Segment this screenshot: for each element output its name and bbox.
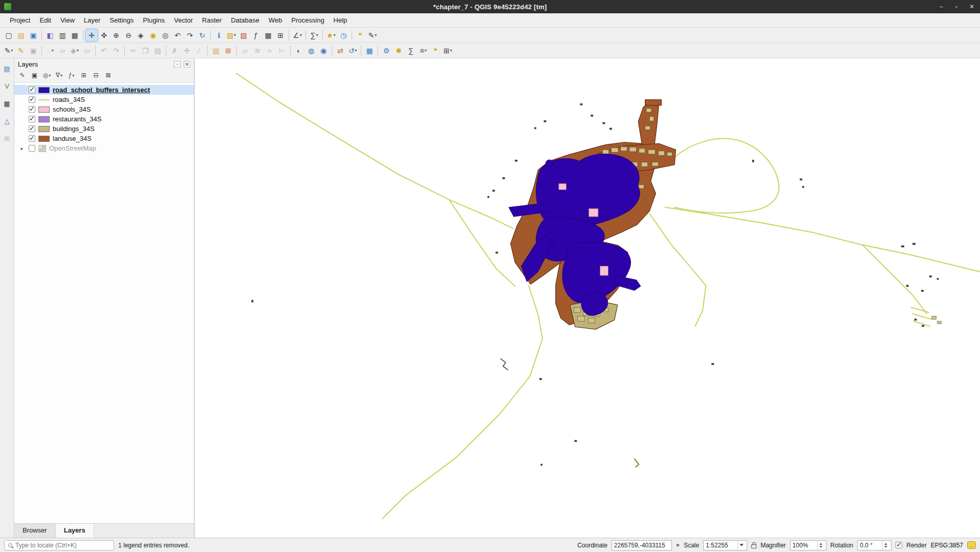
processing-model-icon[interactable]: ✱ [393,45,405,57]
zoom-last-icon[interactable]: ↶ [171,29,184,41]
refresh-map-icon[interactable]: ↻ [196,29,208,41]
menu-layer[interactable]: Layer [79,14,105,26]
map-tips-icon[interactable]: ❝ [354,29,366,41]
open-project-icon[interactable]: ▤ [15,29,27,41]
paste-features-icon[interactable]: ▤ [151,45,164,57]
new-project-icon[interactable]: ▢ [3,29,15,41]
add-mesh-layer-icon[interactable]: △ [1,115,13,127]
select-by-expression-icon[interactable]: ƒ [250,29,262,41]
field-calculator-icon[interactable]: ⊞ [274,29,287,41]
crs-status[interactable]: EPSG:3857 [931,542,963,549]
magnifier-input[interactable] [793,542,817,549]
menu-web[interactable]: Web [264,14,287,26]
rotation-input[interactable] [860,542,882,549]
locate-box[interactable] [4,540,114,550]
add-feature-icon[interactable]: ▱ [56,45,69,57]
manage-map-themes-icon[interactable]: ◎ [41,70,52,80]
current-edits-icon[interactable]: ✎ [3,45,15,57]
new-print-layout-icon[interactable]: ▥ [56,29,69,41]
undo-icon[interactable]: ↶ [98,45,110,57]
add-delimited-text-layer-icon[interactable]: ⊞ [1,132,13,144]
select-features-icon[interactable]: ▧ [225,29,237,41]
tab-browser[interactable]: Browser [14,524,56,538]
processing-results-icon[interactable]: ≡ [417,45,429,57]
lock-scale-icon[interactable] [751,544,756,548]
float-panel-icon[interactable]: ▫ [174,61,181,68]
menu-settings[interactable]: Settings [105,14,138,26]
raster-calculator-icon[interactable]: ▤ [210,45,222,57]
menu-edit[interactable]: Edit [35,14,55,26]
menu-processing[interactable]: Processing [287,14,329,26]
statistics-icon[interactable]: ∑ [405,45,417,57]
filter-legend-icon[interactable]: ∇ [54,70,64,80]
messages-icon[interactable]: … [967,541,976,549]
statistical-summary-icon[interactable]: ∑ [308,29,320,41]
layout-manager-icon[interactable]: ▦ [69,29,81,41]
open-layer-styling-icon[interactable]: ✎ [17,70,28,80]
layer-label[interactable]: restaurants_34S [53,115,101,123]
close-icon[interactable]: ✕ [968,3,976,10]
measure-line-icon[interactable]: ∠ [291,29,303,41]
locate-input[interactable] [15,542,110,549]
layer-row-openstreetmap[interactable]: ▸ OpenStreetMap [14,143,194,153]
scale-dropdown-icon[interactable] [737,541,745,550]
reshape-features-icon[interactable]: ≋ [251,45,264,57]
layer-label[interactable]: roads_34S [53,96,85,103]
layer-label[interactable]: schools_34S [53,105,91,113]
offset-curve-icon[interactable]: ≈ [264,45,276,57]
maximize-icon[interactable]: ▫ [952,3,961,10]
menu-raster[interactable]: Raster [198,14,226,26]
render-checkbox[interactable] [896,542,902,548]
layer-checkbox[interactable] [29,135,35,142]
data-source-manager-icon[interactable]: ▤ [1,62,13,75]
zoom-to-layer-icon[interactable]: ◎ [159,29,171,41]
scale-combobox[interactable] [703,540,747,550]
layer-label[interactable]: buildings_34S [53,125,95,133]
deselect-features-icon[interactable]: ▨ [237,29,250,41]
add-vector-layer-icon[interactable]: V [1,80,13,92]
menu-database[interactable]: Database [226,14,264,26]
save-project-icon[interactable]: ▣ [27,29,39,41]
temporal-controller-icon[interactable]: ◷ [337,29,350,41]
zoom-out-icon[interactable]: ⊖ [122,29,135,41]
data-exchange-icon[interactable]: ⇄ [334,45,346,57]
layer-row-landuse[interactable]: landuse_34S [14,134,194,143]
layer-checkbox[interactable] [29,116,35,122]
open-attribute-table-icon[interactable]: ▦ [262,29,274,41]
add-raster-layer-icon[interactable]: ▦ [1,97,13,110]
close-panel-icon[interactable]: ✕ [184,61,190,68]
menu-project[interactable]: Project [5,14,35,26]
delete-selected-icon[interactable]: ✗ [168,45,181,57]
layer-label[interactable]: road_school_buffers_intersect [53,86,150,94]
layer-checkbox[interactable] [29,87,35,93]
redo-icon[interactable]: ↷ [110,45,122,57]
zoom-in-icon[interactable]: ⊕ [110,29,122,41]
minimize-icon[interactable]: – [937,3,945,10]
layer-label[interactable]: landuse_34S [53,135,92,142]
multiedit-attributes-icon[interactable]: ▭ [81,45,93,57]
osm-place-search-icon[interactable]: ◍ [305,45,317,57]
processing-toolbox-icon[interactable]: ⚙ [380,45,393,57]
magnifier-spin-icons[interactable] [817,541,824,550]
layer-row-roads[interactable]: roads_34S [14,95,194,104]
rotation-spin-icons[interactable] [882,541,889,550]
vertex-tool-icon[interactable]: ◆ [69,45,81,57]
menu-view[interactable]: View [56,14,79,26]
merge-features-icon[interactable]: ▱ [239,45,251,57]
map-canvas[interactable] [194,58,980,538]
style-manager-icon[interactable]: ◧ [44,29,56,41]
layer-label[interactable]: OpenStreetMap [49,144,96,152]
log-messages-icon[interactable]: ❝ [429,45,442,57]
copy-features-icon[interactable]: ❐ [139,45,151,57]
extent-bookmark-icon[interactable]: ⊞ [442,45,454,57]
menu-vector[interactable]: Vector [169,14,198,26]
split-features-icon[interactable]: ∕ [193,45,205,57]
new-annotation-icon[interactable]: ✎ [366,29,379,41]
menu-help[interactable]: Help [329,14,352,26]
coordinate-field[interactable] [612,540,672,550]
tab-layers[interactable]: Layers [56,524,94,538]
coordinate-input[interactable] [614,542,669,549]
toggle-editing-icon[interactable]: ✎ [15,45,27,57]
remove-layer-icon[interactable]: ⊠ [103,70,114,80]
cut-features-icon[interactable]: ✂ [127,45,139,57]
